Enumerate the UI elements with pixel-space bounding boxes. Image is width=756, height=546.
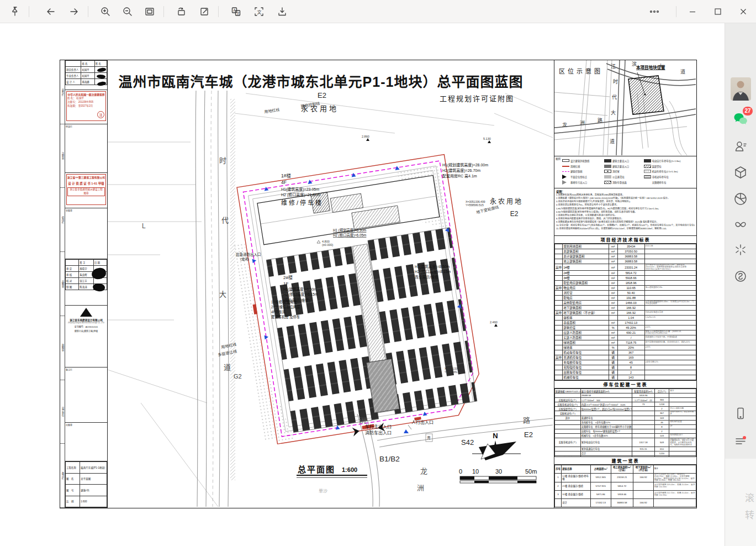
legend-item-label: 机动车停车位(2.5×5.3m) <box>652 170 678 173</box>
menu-icon[interactable] <box>732 433 749 449</box>
table-cell <box>644 281 696 286</box>
table-cell: 1#楼 <box>563 264 609 271</box>
table-cell: 166.92 <box>617 311 644 316</box>
table-row: 11#楼 商业展示/维修/停车楼5912.36523158.21166.92其中… <box>555 474 696 482</box>
table-cell: 普通停车位 <box>580 416 632 420</box>
legend-swatch <box>562 159 569 162</box>
company-stamp-box: 浙江省××第三建筑工程有限公司 设 计 资 质 证 书 1-61 甲级 浙江省全… <box>65 173 107 208</box>
legend-swatch <box>562 180 569 185</box>
table-cell: 1818.96 <box>617 281 644 286</box>
table-cell <box>66 260 79 266</box>
avatar[interactable] <box>731 77 751 101</box>
table-cell: 3 <box>555 491 562 499</box>
legend-swatch <box>562 166 569 167</box>
drawing-subtitle: 工程规划许可证附图 <box>440 95 514 103</box>
box-label: 备注栏 <box>66 368 72 371</box>
table-cell: 20% <box>617 345 644 350</box>
table-cell: 日 期 <box>93 260 107 266</box>
table-cell: 绿地面积 <box>563 340 609 345</box>
maximize-button[interactable] <box>705 0 731 23</box>
table-cell: 610 <box>654 447 669 451</box>
svg-text:H2 (檐口高度)=21.80m: H2 (檐口高度)=21.80m <box>281 192 320 197</box>
search-link-icon[interactable] <box>732 268 749 285</box>
table-cell <box>555 254 563 259</box>
svg-text:大: 大 <box>611 109 616 116</box>
table-cell: 辆 <box>609 355 617 360</box>
sign-table-box: 姓 名签 名项目负责人杜国平专业负责人杜国平设 计 人蔡海峰 <box>65 60 107 90</box>
table-cell: m² <box>609 306 617 311</box>
table-cell: 出租车位 每3000m²建筑面积设置1个 <box>580 429 632 433</box>
table-row: 图 号建施-01 <box>66 485 107 496</box>
ocr-icon[interactable]: 文 <box>249 3 269 20</box>
stamp-valid: 有效期： 至2027年2月 <box>67 104 105 108</box>
drawing-title: 温州市瓯南汽车城（龙港市城东北单元P1-1地块）总平面图蓝图 <box>119 74 524 90</box>
legend-item-label: 非机动车停车位 <box>652 175 669 179</box>
table-cell: 23331.24 <box>617 264 644 271</box>
table-cell: 蔡晓宇 <box>79 266 93 272</box>
svg-text:1#楼: 1#楼 <box>281 173 291 179</box>
table-cell <box>644 375 696 380</box>
phone-icon[interactable] <box>732 405 749 422</box>
table-cell: 3#楼 商业展示/维修 <box>562 491 591 499</box>
close-button[interactable] <box>731 0 756 23</box>
table-cell: 1317.18 <box>632 438 655 447</box>
zoom-out-button[interactable] <box>117 3 138 20</box>
minimize-button[interactable] <box>680 0 705 23</box>
table-cell <box>555 499 562 507</box>
table-cell <box>555 370 563 375</box>
table-cell: 2 <box>555 482 562 491</box>
title-block-tabs: 会签栏注册章修改栏出图章审图章设计单位备注栏 <box>60 60 65 508</box>
cube-icon[interactable] <box>732 164 749 181</box>
more-button[interactable] <box>644 3 665 20</box>
save-button[interactable] <box>272 3 293 20</box>
contacts-icon[interactable] <box>732 138 749 155</box>
table-cell: 1466.03 <box>617 301 644 306</box>
table-cell <box>632 424 655 429</box>
table-cell <box>644 350 696 355</box>
indicators-title: 项目经济技术指标表 <box>554 236 696 244</box>
fit-page-button[interactable] <box>139 3 160 20</box>
map-title: 区位示意图 <box>559 67 603 75</box>
table-cell <box>669 447 696 451</box>
chat-icon[interactable]: 27 <box>732 111 749 127</box>
table-cell: 5814.72 <box>617 271 644 276</box>
table-row: 其中1#楼m²23331.24其中维修车位建筑面积4546.55m²、维修车间2… <box>555 264 696 271</box>
forward-button[interactable] <box>64 3 84 20</box>
table-row: 绿地面积m²7118.75其中实施绿地面积折算，详见绿化设计；满足≥20% <box>555 340 696 345</box>
legend-item-label: 消控室 <box>612 170 620 173</box>
table-cell: 其中 <box>555 416 581 420</box>
table-cell: 36883.58 <box>617 254 644 259</box>
translate-icon[interactable]: A文 <box>225 3 246 20</box>
table-row: 其他配套用房m²1466.03含开闭所建筑面积95.68m²、垃圾房(含中水)5… <box>555 301 696 306</box>
channels-icon[interactable] <box>732 217 749 233</box>
table-cell: 审 核 <box>66 272 79 278</box>
svg-text:维修/停车楼: 维修/停车楼 <box>281 199 323 206</box>
scale-bar: 0 10 30 50m <box>459 468 537 483</box>
rotate-button[interactable] <box>171 3 192 20</box>
table-cell: 陈海涛 <box>79 284 93 290</box>
divider <box>88 6 88 17</box>
building-top-labels: H1(规划建筑高度)=28.00m H2(建筑高度)=26.70m 配套用房RC… <box>442 162 488 179</box>
edit-button[interactable] <box>194 3 215 20</box>
svg-text:道: 道 <box>610 138 615 144</box>
moments-icon[interactable] <box>732 191 749 207</box>
table-cell: 基底面积 <box>563 321 609 326</box>
table-row: 其中普通停车位169 <box>555 416 696 420</box>
svg-text:大: 大 <box>658 63 663 69</box>
back-button[interactable] <box>40 3 61 20</box>
table-cell: 配套用房面积(m²) <box>632 389 655 393</box>
divider <box>218 6 219 17</box>
out-stamp-box: 出图章 <box>65 423 107 461</box>
table-cell: 实建人防面积 <box>563 335 609 340</box>
zone-e2-top: E2 <box>318 91 326 99</box>
table-cell: 45 <box>617 360 644 365</box>
legend-swatch <box>644 175 651 179</box>
spark-icon[interactable] <box>732 242 749 258</box>
svg-text:H1(规划建筑高度)=28.00m: H1(规划建筑高度)=28.00m <box>442 162 488 167</box>
table-cell <box>555 350 563 355</box>
pin-icon[interactable] <box>4 3 25 20</box>
svg-text:H1(建筑高度)=6.50m: H1(建筑高度)=6.50m <box>283 287 317 292</box>
table-cell: m² <box>609 296 617 301</box>
zoom-in-button[interactable] <box>95 3 116 20</box>
table-cell: 其中 <box>555 311 563 316</box>
